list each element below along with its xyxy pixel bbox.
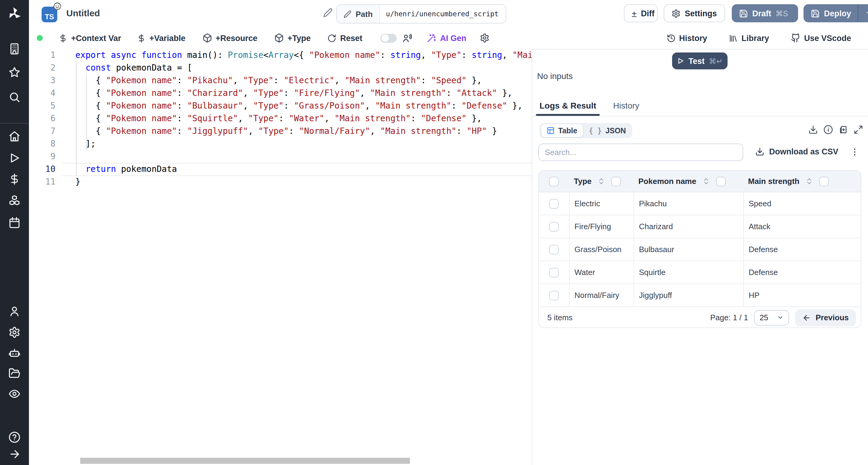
line-number: 4 — [29, 87, 56, 99]
collaborators-icon — [402, 33, 412, 43]
dollar-icon[interactable] — [8, 173, 21, 185]
path-label: Path — [337, 5, 380, 23]
add-type-button[interactable]: +Type — [274, 33, 311, 43]
row-checkbox[interactable] — [549, 199, 559, 208]
top-bar: TS Untitled Path u/henri/unencumbered_sc… — [29, 0, 868, 28]
play-icon — [677, 57, 684, 64]
code-line: { "Pokemon name": "Jigglypuff", "Type": … — [75, 125, 532, 138]
chevron-down-icon — [777, 314, 784, 321]
chevron-down-icon[interactable] — [865, 9, 868, 18]
refresh-icon — [328, 33, 337, 42]
ai-gen-button[interactable]: AI Gen — [427, 33, 466, 43]
line-number: 8 — [29, 138, 56, 150]
row-checkbox[interactable] — [549, 222, 559, 231]
column-checkbox[interactable] — [819, 176, 829, 186]
expand-icon[interactable] — [854, 125, 863, 135]
line-number: 5 — [29, 99, 56, 112]
use-vscode-button[interactable]: Use VScode — [791, 33, 851, 43]
row-checkbox[interactable] — [549, 244, 559, 254]
view-toggle-table[interactable]: Table — [541, 124, 583, 138]
sidebar-divider — [0, 123, 29, 124]
tab-logs-result[interactable]: Logs & Result — [539, 101, 596, 116]
code-line: export async function main(): Promise<Ar… — [75, 49, 532, 61]
table-body: ElectricPikachuSpeedFire/FlyingCharizard… — [539, 193, 861, 307]
path-field[interactable]: Path u/henri/unencumbered_script — [336, 4, 506, 24]
table-cell: Speed — [743, 193, 861, 215]
row-checkbox[interactable] — [549, 290, 559, 300]
column-header: Type — [574, 177, 592, 186]
table-row: ElectricPikachuSpeed — [539, 193, 861, 215]
settings-icon[interactable] — [8, 326, 21, 338]
horizontal-scrollbar[interactable] — [80, 458, 410, 464]
download-csv-button[interactable]: Download as CSV — [755, 147, 838, 156]
table-cell: Defense — [743, 238, 861, 261]
table-cell: HP — [743, 284, 861, 307]
select-all-checkbox[interactable] — [549, 176, 559, 186]
add-variable-button[interactable]: +Variable — [137, 33, 185, 42]
help-icon[interactable] — [8, 431, 21, 443]
code-line: { "Pokemon name": "Squirtle", "Type": "W… — [75, 112, 532, 125]
view-toggle-json[interactable]: { } JSON — [583, 124, 631, 137]
table-footer: 5 items Page: 1 / 1 25 Previous — [539, 307, 861, 328]
windmill-logo[interactable] — [7, 6, 22, 22]
star-icon[interactable] — [8, 66, 21, 79]
eye-icon[interactable] — [8, 388, 21, 400]
editor-settings-gear-icon[interactable] — [479, 33, 489, 43]
add-resource-button[interactable]: +Resource — [202, 33, 257, 43]
code-line: } — [75, 175, 532, 188]
arrow-right-icon[interactable] — [8, 448, 21, 460]
view-toggle: Table { } JSON — [539, 123, 632, 138]
column-checkbox[interactable] — [716, 176, 726, 186]
search-input[interactable] — [539, 144, 743, 161]
settings-button[interactable]: Settings — [664, 4, 725, 22]
diff-button[interactable]: ± Diff — [624, 4, 658, 22]
result-actions — [808, 125, 863, 135]
calendar-icon[interactable] — [8, 216, 21, 229]
table-cell: Defense — [743, 261, 861, 284]
search-icon[interactable] — [8, 91, 21, 103]
tab-history[interactable]: History — [613, 101, 639, 116]
building-icon[interactable] — [8, 43, 21, 55]
sort-icon[interactable] — [702, 177, 710, 185]
braces-icon: { } — [589, 126, 601, 135]
history-button[interactable]: History — [666, 33, 707, 42]
deploy-button[interactable]: Deploy — [804, 4, 868, 22]
column-header: Main strength — [748, 177, 799, 186]
library-button[interactable]: Library — [729, 33, 769, 42]
sort-icon[interactable] — [598, 177, 606, 185]
dollar-icon — [59, 33, 67, 42]
no-inputs-label: No inputs — [537, 71, 572, 81]
play-icon[interactable] — [8, 152, 21, 164]
user-icon[interactable] — [8, 305, 21, 317]
download-icon[interactable] — [808, 125, 818, 135]
editor-toolbar: +Context Var +Variable +Resource +Type R… — [29, 27, 868, 50]
code-editor[interactable]: 1234567891011 export async function main… — [29, 49, 532, 465]
test-shortcut: ⌘↵ — [709, 56, 723, 65]
edit-pencil-icon[interactable] — [323, 8, 333, 18]
sort-icon[interactable] — [805, 177, 813, 185]
add-context-var-button[interactable]: +Context Var — [59, 33, 121, 42]
line-number: 2 — [29, 61, 56, 74]
table-row: Normal/FairyJigglypuffHP — [539, 284, 861, 307]
test-button[interactable]: Test ⌘↵ — [672, 53, 727, 69]
folder-open-icon[interactable] — [8, 367, 21, 379]
kebab-menu-icon[interactable] — [850, 147, 860, 157]
home-icon[interactable] — [8, 130, 21, 142]
code-line: const pokemonData = [ — [75, 61, 532, 74]
page-size-select[interactable]: 25 — [754, 310, 789, 325]
diff-icon: ± — [632, 8, 637, 19]
wand-sparkles-icon — [427, 33, 436, 43]
draft-button[interactable]: Draft ⌘S — [732, 4, 798, 22]
reset-button[interactable]: Reset — [328, 33, 363, 42]
previous-page-button[interactable]: Previous — [795, 309, 856, 326]
bot-icon[interactable] — [8, 347, 21, 359]
multiplayer-toggle[interactable] — [380, 33, 397, 42]
code-line — [75, 150, 532, 163]
code-line: return pokemonData — [75, 163, 532, 175]
clipboard-copy-icon[interactable] — [838, 125, 848, 135]
row-checkbox[interactable] — [549, 267, 559, 277]
info-icon[interactable] — [824, 125, 833, 135]
boxes-icon[interactable] — [8, 195, 21, 207]
table-cell: Squirtle — [633, 261, 743, 284]
column-checkbox[interactable] — [612, 176, 621, 186]
